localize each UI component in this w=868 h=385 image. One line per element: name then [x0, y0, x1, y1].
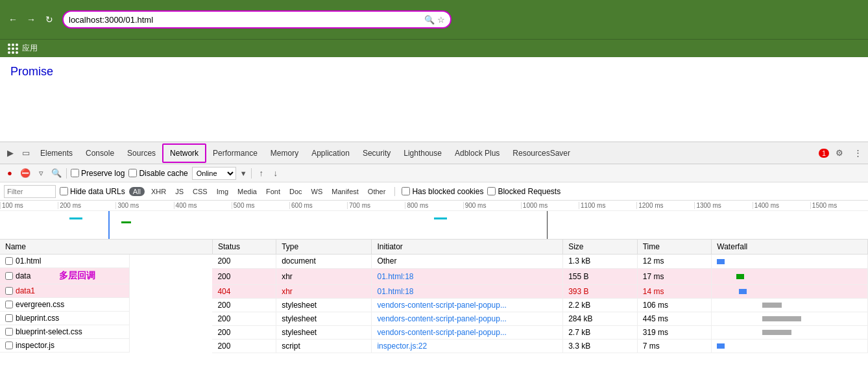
filter-manifest-button[interactable]: Manifest — [329, 187, 361, 196]
initiator-link[interactable]: 01.html:18 — [377, 272, 413, 281]
record-button[interactable]: ● — [4, 168, 16, 179]
tab-network[interactable]: Network — [162, 143, 206, 163]
clear-button[interactable]: ⛔ — [19, 168, 31, 179]
initiator-link[interactable]: 01.html:18 — [377, 287, 413, 296]
mark-700: 700 ms — [347, 202, 405, 209]
cell-waterfall — [712, 268, 868, 284]
has-blocked-cookies-input[interactable] — [402, 187, 410, 195]
filter-toggle-button[interactable]: ▿ — [35, 168, 47, 179]
initiator-link[interactable]: vendors-content-script-panel-popup... — [377, 328, 506, 337]
throttle-select[interactable]: Online Fast 3G Slow 3G Offline — [192, 167, 236, 180]
filter-img-button[interactable]: Img — [214, 187, 231, 196]
table-row[interactable]: data1404xhr01.html:18393 B14 ms — [0, 284, 868, 298]
cell-type: stylesheet — [276, 312, 372, 325]
mark-1300: 1300 ms — [694, 202, 752, 209]
cell-name: inspector.js — [0, 339, 130, 353]
inspect-element-button[interactable]: ▶ — [3, 145, 18, 161]
tab-adblock-plus[interactable]: Adblock Plus — [448, 145, 506, 162]
initiator-link[interactable]: inspector.js:22 — [377, 342, 427, 351]
initiator-link[interactable]: vendors-content-script-panel-popup... — [377, 301, 506, 310]
filter-doc-button[interactable]: Doc — [287, 187, 305, 196]
apps-grid-icon — [8, 43, 18, 54]
tab-performance[interactable]: Performance — [206, 145, 264, 162]
blocked-requests-label: Blocked Requests — [498, 187, 561, 196]
cell-size: 2.2 kB — [563, 298, 638, 312]
tab-resources-saver[interactable]: ResourcesSaver — [506, 145, 577, 162]
devtools-tab-bar: ▶ ▭ Elements Console Sources Network Per… — [0, 142, 868, 164]
cell-initiator: 01.html:18 — [372, 284, 563, 298]
more-button[interactable]: ⋮ — [850, 145, 865, 161]
table-row[interactable]: inspector.js200scriptinspector.js:223.3 … — [0, 339, 868, 353]
row-checkbox[interactable] — [5, 272, 13, 280]
filter-xhr-button[interactable]: XHR — [149, 187, 169, 196]
col-status: Status — [212, 240, 276, 255]
tab-security[interactable]: Security — [356, 145, 397, 162]
row-checkbox[interactable] — [5, 342, 13, 349]
row-checkbox[interactable] — [5, 301, 13, 308]
has-blocked-cookies-checkbox[interactable]: Has blocked cookies — [402, 187, 483, 196]
device-toolbar-button[interactable]: ▭ — [18, 145, 34, 161]
table-row[interactable]: blueprint.css200stylesheetvendors-conten… — [0, 312, 868, 325]
filter-js-button[interactable]: JS — [173, 187, 186, 196]
throttle-expand-button[interactable]: ▼ — [240, 169, 247, 177]
mark-300: 300 ms — [115, 202, 173, 209]
timeline-bar-2 — [434, 217, 447, 219]
col-type: Type — [276, 240, 372, 255]
cell-type: xhr — [276, 284, 372, 298]
mark-1000: 1000 ms — [521, 202, 579, 209]
filter-css-button[interactable]: CSS — [190, 187, 210, 196]
import-button[interactable]: ↑ — [256, 168, 267, 179]
blocked-requests-input[interactable] — [487, 187, 496, 195]
page-content: Promise — [0, 57, 868, 142]
table-header-row: Name Status Type Initiator Size Time Wat… — [0, 240, 868, 255]
hide-data-urls-checkbox[interactable]: Hide data URLs — [60, 187, 125, 196]
timeline-bar-1 — [69, 217, 82, 219]
tab-application[interactable]: Application — [305, 145, 356, 162]
preserve-log-input[interactable] — [71, 169, 79, 177]
cell-initiator: Other — [372, 255, 563, 269]
row-checkbox[interactable] — [5, 328, 13, 336]
hide-data-urls-input[interactable] — [60, 187, 68, 195]
filter-other-button[interactable]: Other — [365, 187, 389, 196]
row-checkbox[interactable] — [5, 287, 13, 295]
blocked-requests-checkbox[interactable]: Blocked Requests — [487, 187, 561, 196]
table-row[interactable]: evergreen.css200stylesheetvendors-conten… — [0, 298, 868, 312]
disable-cache-checkbox[interactable]: Disable cache — [128, 169, 187, 178]
cell-type: stylesheet — [276, 298, 372, 312]
initiator-link[interactable]: vendors-content-script-panel-popup... — [377, 314, 506, 323]
tab-console[interactable]: Console — [79, 145, 121, 162]
back-button[interactable]: ← — [5, 12, 21, 27]
filter-media-button[interactable]: Media — [235, 187, 259, 196]
cell-waterfall — [712, 298, 868, 312]
tab-lighthouse[interactable]: Lighthouse — [397, 145, 448, 162]
cell-waterfall — [712, 255, 868, 269]
disable-cache-input[interactable] — [128, 169, 137, 177]
tab-memory[interactable]: Memory — [264, 145, 305, 162]
row-checkbox[interactable] — [5, 314, 13, 322]
address-input[interactable] — [69, 15, 422, 25]
filter-font-button[interactable]: Font — [263, 187, 283, 196]
preserve-log-checkbox[interactable]: Preserve log — [71, 169, 125, 178]
tab-elements[interactable]: Elements — [34, 145, 79, 162]
forward-button[interactable]: → — [23, 12, 39, 27]
tab-sources[interactable]: Sources — [121, 145, 162, 162]
cell-time: 445 ms — [637, 312, 712, 325]
table-row[interactable]: blueprint-select.css200stylesheetvendors… — [0, 325, 868, 339]
reload-button[interactable]: ↻ — [42, 12, 57, 27]
row-name-text: blueprint.css — [16, 314, 59, 323]
export-button[interactable]: ↓ — [270, 168, 282, 179]
cell-name: 01.html — [0, 255, 130, 268]
col-name: Name — [0, 240, 212, 255]
filter-all-button[interactable]: All — [129, 187, 145, 196]
settings-button[interactable]: ⚙ — [832, 145, 847, 161]
search-button[interactable]: 🔍 — [51, 168, 62, 179]
row-checkbox[interactable] — [5, 257, 13, 265]
table-row[interactable]: data多层回调200xhr01.html:18155 B17 ms — [0, 268, 868, 284]
cell-name: data1 — [0, 284, 130, 298]
table-row[interactable]: 01.html200documentOther1.3 kB12 ms — [0, 255, 868, 269]
filter-ws-button[interactable]: WS — [309, 187, 326, 196]
preserve-log-label: Preserve log — [81, 169, 125, 178]
cell-initiator: vendors-content-script-panel-popup... — [372, 325, 563, 339]
filter-input[interactable] — [4, 185, 56, 198]
mark-1500: 1500 ms — [810, 202, 868, 209]
